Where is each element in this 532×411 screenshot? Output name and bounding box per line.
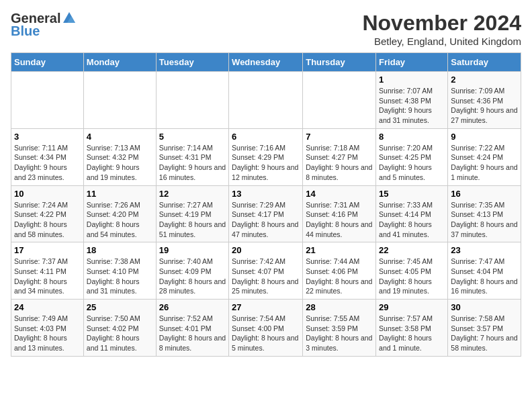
calendar-cell xyxy=(303,72,376,129)
calendar-cell: 30Sunrise: 7:58 AM Sunset: 3:57 PM Dayli… xyxy=(448,300,521,357)
logo-icon xyxy=(62,11,77,26)
calendar-cell: 18Sunrise: 7:38 AM Sunset: 4:10 PM Dayli… xyxy=(83,242,156,300)
calendar-cell: 6Sunrise: 7:16 AM Sunset: 4:29 PM Daylig… xyxy=(229,128,303,185)
day-info: Sunrise: 7:29 AM Sunset: 4:17 PM Dayligh… xyxy=(232,200,300,240)
calendar-cell: 22Sunrise: 7:45 AM Sunset: 4:05 PM Dayli… xyxy=(376,242,448,300)
month-title: November 2024 xyxy=(362,11,521,36)
day-number: 22 xyxy=(379,245,445,255)
day-number: 23 xyxy=(451,245,518,255)
calendar-cell: 2Sunrise: 7:09 AM Sunset: 4:36 PM Daylig… xyxy=(448,72,521,129)
day-info: Sunrise: 7:50 AM Sunset: 4:02 PM Dayligh… xyxy=(87,314,153,353)
day-info: Sunrise: 7:18 AM Sunset: 4:27 PM Dayligh… xyxy=(306,143,373,183)
day-number: 13 xyxy=(232,189,300,199)
calendar-cell: 20Sunrise: 7:42 AM Sunset: 4:07 PM Dayli… xyxy=(229,242,303,300)
day-info: Sunrise: 7:57 AM Sunset: 3:58 PM Dayligh… xyxy=(379,314,445,353)
weekday-header-monday: Monday xyxy=(83,53,156,72)
weekday-header-wednesday: Wednesday xyxy=(229,53,303,72)
calendar-cell xyxy=(229,72,303,129)
calendar-cell: 11Sunrise: 7:26 AM Sunset: 4:20 PM Dayli… xyxy=(83,185,156,242)
day-number: 24 xyxy=(14,302,81,312)
day-info: Sunrise: 7:38 AM Sunset: 4:10 PM Dayligh… xyxy=(87,257,153,296)
calendar-week-row: 24Sunrise: 7:49 AM Sunset: 4:03 PM Dayli… xyxy=(11,300,521,357)
day-number: 12 xyxy=(159,189,226,199)
weekday-header-tuesday: Tuesday xyxy=(156,53,228,72)
day-info: Sunrise: 7:24 AM Sunset: 4:22 PM Dayligh… xyxy=(14,200,81,240)
day-number: 3 xyxy=(14,132,81,142)
day-number: 29 xyxy=(379,302,445,312)
day-number: 15 xyxy=(379,189,445,199)
day-number: 19 xyxy=(159,245,226,255)
title-area: November 2024 Betley, England, United Ki… xyxy=(362,11,521,47)
calendar-cell: 21Sunrise: 7:44 AM Sunset: 4:06 PM Dayli… xyxy=(303,242,376,300)
day-info: Sunrise: 7:44 AM Sunset: 4:06 PM Dayligh… xyxy=(306,257,373,296)
calendar-cell: 13Sunrise: 7:29 AM Sunset: 4:17 PM Dayli… xyxy=(229,185,303,242)
calendar-cell: 26Sunrise: 7:52 AM Sunset: 4:01 PM Dayli… xyxy=(156,300,228,357)
day-number: 9 xyxy=(451,132,518,142)
calendar-cell: 19Sunrise: 7:40 AM Sunset: 4:09 PM Dayli… xyxy=(156,242,228,300)
day-info: Sunrise: 7:11 AM Sunset: 4:34 PM Dayligh… xyxy=(14,143,81,183)
day-info: Sunrise: 7:33 AM Sunset: 4:14 PM Dayligh… xyxy=(379,200,445,240)
day-info: Sunrise: 7:45 AM Sunset: 4:05 PM Dayligh… xyxy=(379,257,445,296)
day-number: 6 xyxy=(232,132,300,142)
day-number: 25 xyxy=(87,302,153,312)
day-number: 17 xyxy=(14,245,81,255)
weekday-header-friday: Friday xyxy=(376,53,448,72)
calendar-cell xyxy=(83,72,156,129)
day-number: 28 xyxy=(306,302,373,312)
day-number: 27 xyxy=(232,302,300,312)
day-info: Sunrise: 7:14 AM Sunset: 4:31 PM Dayligh… xyxy=(159,143,226,183)
day-info: Sunrise: 7:20 AM Sunset: 4:25 PM Dayligh… xyxy=(379,143,445,183)
calendar-cell: 14Sunrise: 7:31 AM Sunset: 4:16 PM Dayli… xyxy=(303,185,376,242)
calendar-cell: 15Sunrise: 7:33 AM Sunset: 4:14 PM Dayli… xyxy=(376,185,448,242)
day-number: 26 xyxy=(159,302,226,312)
day-number: 7 xyxy=(306,132,373,142)
calendar-week-row: 1Sunrise: 7:07 AM Sunset: 4:38 PM Daylig… xyxy=(11,72,521,129)
day-info: Sunrise: 7:31 AM Sunset: 4:16 PM Dayligh… xyxy=(306,200,373,240)
day-number: 16 xyxy=(451,189,518,199)
calendar-cell: 3Sunrise: 7:11 AM Sunset: 4:34 PM Daylig… xyxy=(11,128,84,185)
header: General Blue November 2024 Betley, Engla… xyxy=(11,11,521,47)
calendar-week-row: 17Sunrise: 7:37 AM Sunset: 4:11 PM Dayli… xyxy=(11,242,521,300)
calendar-cell xyxy=(11,72,84,129)
day-number: 14 xyxy=(306,189,373,199)
day-info: Sunrise: 7:55 AM Sunset: 3:59 PM Dayligh… xyxy=(306,314,373,353)
day-number: 10 xyxy=(14,189,81,199)
day-info: Sunrise: 7:40 AM Sunset: 4:09 PM Dayligh… xyxy=(159,257,226,296)
weekday-header-saturday: Saturday xyxy=(448,53,521,72)
day-number: 4 xyxy=(87,132,153,142)
calendar-cell: 24Sunrise: 7:49 AM Sunset: 4:03 PM Dayli… xyxy=(11,300,84,357)
day-info: Sunrise: 7:49 AM Sunset: 4:03 PM Dayligh… xyxy=(14,314,81,353)
day-info: Sunrise: 7:35 AM Sunset: 4:13 PM Dayligh… xyxy=(451,200,518,240)
logo-blue-text: Blue xyxy=(11,24,40,39)
calendar-header-row: SundayMondayTuesdayWednesdayThursdayFrid… xyxy=(11,53,521,72)
day-info: Sunrise: 7:58 AM Sunset: 3:57 PM Dayligh… xyxy=(451,314,518,353)
day-info: Sunrise: 7:42 AM Sunset: 4:07 PM Dayligh… xyxy=(232,257,300,296)
calendar-table: SundayMondayTuesdayWednesdayThursdayFrid… xyxy=(11,52,521,357)
weekday-header-sunday: Sunday xyxy=(11,53,84,72)
calendar-cell: 10Sunrise: 7:24 AM Sunset: 4:22 PM Dayli… xyxy=(11,185,84,242)
calendar-cell: 17Sunrise: 7:37 AM Sunset: 4:11 PM Dayli… xyxy=(11,242,84,300)
calendar-week-row: 3Sunrise: 7:11 AM Sunset: 4:34 PM Daylig… xyxy=(11,128,521,185)
day-info: Sunrise: 7:54 AM Sunset: 4:00 PM Dayligh… xyxy=(232,314,300,353)
calendar-cell: 7Sunrise: 7:18 AM Sunset: 4:27 PM Daylig… xyxy=(303,128,376,185)
day-number: 20 xyxy=(232,245,300,255)
calendar-cell: 23Sunrise: 7:47 AM Sunset: 4:04 PM Dayli… xyxy=(448,242,521,300)
calendar-cell: 9Sunrise: 7:22 AM Sunset: 4:24 PM Daylig… xyxy=(448,128,521,185)
day-number: 30 xyxy=(451,302,518,312)
calendar-cell: 4Sunrise: 7:13 AM Sunset: 4:32 PM Daylig… xyxy=(83,128,156,185)
calendar-cell: 8Sunrise: 7:20 AM Sunset: 4:25 PM Daylig… xyxy=(376,128,448,185)
calendar-cell: 25Sunrise: 7:50 AM Sunset: 4:02 PM Dayli… xyxy=(83,300,156,357)
day-info: Sunrise: 7:47 AM Sunset: 4:04 PM Dayligh… xyxy=(451,257,518,296)
day-number: 1 xyxy=(379,75,445,85)
day-number: 8 xyxy=(379,132,445,142)
location: Betley, England, United Kingdom xyxy=(362,36,521,47)
calendar-cell: 28Sunrise: 7:55 AM Sunset: 3:59 PM Dayli… xyxy=(303,300,376,357)
day-info: Sunrise: 7:52 AM Sunset: 4:01 PM Dayligh… xyxy=(159,314,226,353)
calendar-cell: 27Sunrise: 7:54 AM Sunset: 4:00 PM Dayli… xyxy=(229,300,303,357)
day-info: Sunrise: 7:22 AM Sunset: 4:24 PM Dayligh… xyxy=(451,143,518,183)
day-info: Sunrise: 7:27 AM Sunset: 4:19 PM Dayligh… xyxy=(159,200,226,240)
day-info: Sunrise: 7:09 AM Sunset: 4:36 PM Dayligh… xyxy=(451,86,518,126)
calendar-cell xyxy=(156,72,228,129)
calendar-cell: 5Sunrise: 7:14 AM Sunset: 4:31 PM Daylig… xyxy=(156,128,228,185)
day-info: Sunrise: 7:26 AM Sunset: 4:20 PM Dayligh… xyxy=(87,200,153,240)
